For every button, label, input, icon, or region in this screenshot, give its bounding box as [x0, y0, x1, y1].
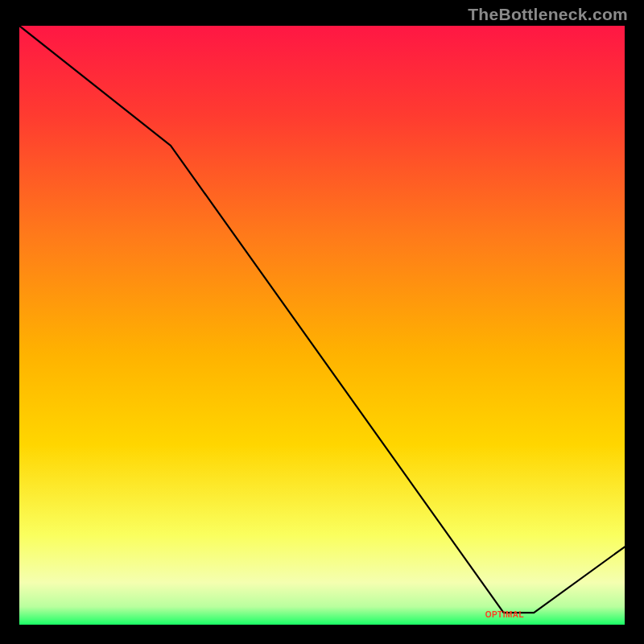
chart-line	[19, 26, 625, 625]
watermark: TheBottleneck.com	[468, 5, 628, 24]
chart-area: OPTIMAL	[18, 24, 626, 626]
optimal-marker-label: OPTIMAL	[485, 610, 525, 619]
